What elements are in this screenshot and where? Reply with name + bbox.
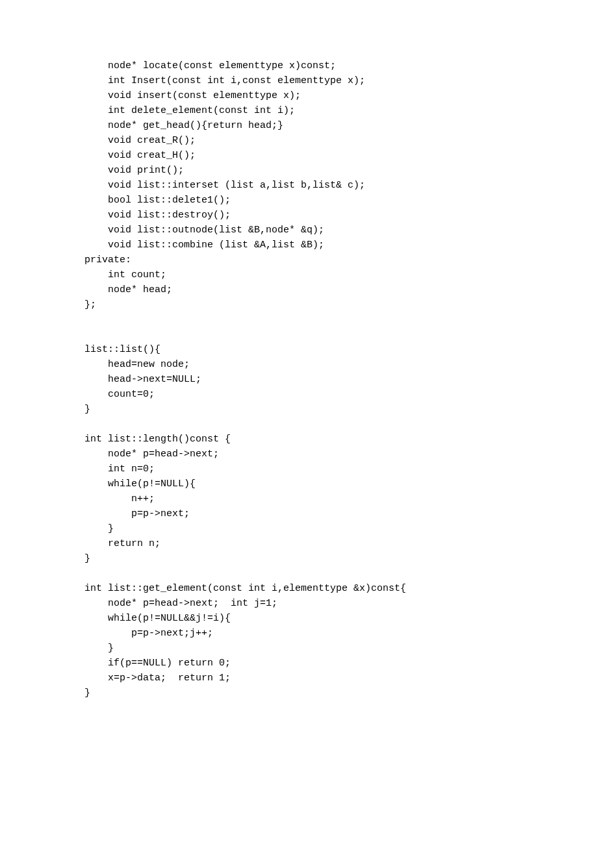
code-line: } bbox=[84, 688, 90, 699]
code-line: } bbox=[84, 553, 90, 564]
code-line: void list::interset (list a,list b,list&… bbox=[84, 180, 365, 191]
code-listing: node* locate(const elementtype x)const; … bbox=[84, 58, 536, 701]
code-line: void insert(const elementtype x); bbox=[84, 90, 301, 101]
code-line: } bbox=[84, 404, 90, 415]
code-line: void print(); bbox=[84, 165, 184, 176]
code-line: while(p!=NULL){ bbox=[84, 478, 196, 490]
code-line: private: bbox=[84, 254, 131, 266]
code-line: node* p=head->next; int j=1; bbox=[84, 598, 277, 609]
code-line: node* get_head(){return head;} bbox=[84, 120, 283, 131]
code-line: p=p->next;j++; bbox=[84, 628, 213, 639]
code-line: n++; bbox=[84, 493, 155, 504]
code-line: int n=0; bbox=[84, 464, 155, 475]
code-line: int delete_element(const int i); bbox=[84, 105, 295, 116]
code-line: void creat_R(); bbox=[84, 135, 196, 146]
code-line: void creat_H(); bbox=[84, 150, 196, 161]
code-line: p=p->next; bbox=[84, 508, 190, 519]
code-line: void list::outnode(list &B,node* &q); bbox=[84, 225, 324, 236]
code-line: int list::get_element(const int i,elemen… bbox=[84, 583, 406, 594]
code-line: node* head; bbox=[84, 284, 172, 295]
code-line: if(p==NULL) return 0; bbox=[84, 658, 231, 669]
code-line: list::list(){ bbox=[84, 344, 160, 355]
code-line: node* p=head->next; bbox=[84, 449, 219, 460]
code-line: while(p!=NULL&&j!=i){ bbox=[84, 613, 231, 624]
document-page: node* locate(const elementtype x)const; … bbox=[0, 0, 614, 868]
code-line: head->next=NULL; bbox=[84, 374, 201, 385]
code-line: } bbox=[84, 523, 114, 534]
code-line: void list::combine (list &A,list &B); bbox=[84, 240, 324, 251]
code-line: } bbox=[84, 643, 114, 654]
code-line: void list::destroy(); bbox=[84, 210, 231, 221]
code-line: bool list::delete1(); bbox=[84, 195, 231, 206]
code-line: node* locate(const elementtype x)const; bbox=[84, 60, 336, 71]
code-line: }; bbox=[84, 299, 96, 310]
code-line: int count; bbox=[84, 269, 166, 280]
code-line: count=0; bbox=[84, 389, 155, 400]
code-line: return n; bbox=[84, 538, 160, 549]
code-line: int list::length()const { bbox=[84, 434, 231, 445]
code-line: int Insert(const int i,const elementtype… bbox=[84, 75, 365, 86]
code-line: x=p->data; return 1; bbox=[84, 673, 231, 684]
code-line: head=new node; bbox=[84, 359, 190, 370]
